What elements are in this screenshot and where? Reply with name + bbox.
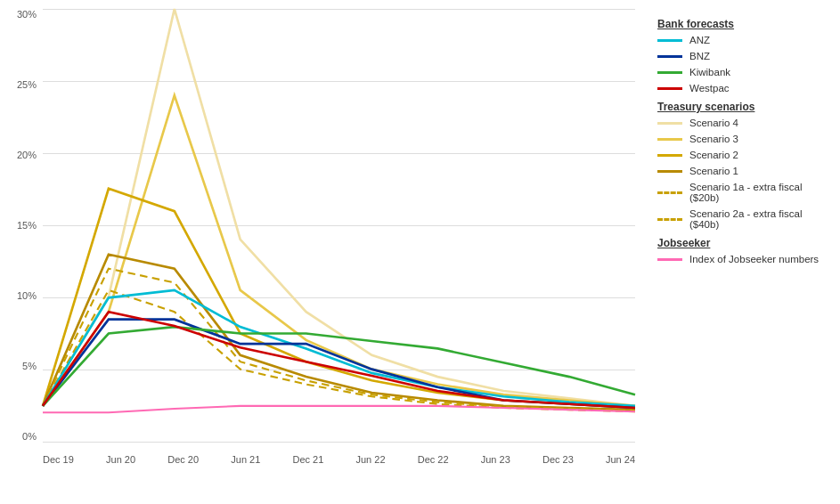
x-label-jun20: Jun 20 (106, 454, 135, 465)
y-label-10: 10% (17, 290, 37, 301)
kiwibank-line (43, 327, 635, 406)
scenario4-label: Scenario 4 (689, 118, 738, 128)
jobseeker-label: Index of Jobseeker numbers (689, 254, 819, 264)
bank-forecasts-title: Bank forecasts (657, 18, 831, 30)
scenario1-legend-line (657, 170, 682, 173)
legend-jobseeker: Index of Jobseeker numbers (657, 254, 831, 264)
scenario4-legend-line (657, 122, 682, 125)
kiwibank-label: Kiwibank (689, 67, 730, 77)
legend-scenario1a: Scenario 1a - extra fiscal ($20b) (657, 182, 831, 203)
legend-kiwibank: Kiwibank (657, 67, 831, 77)
anz-label: ANZ (689, 35, 710, 45)
x-label-dec20: Dec 20 (167, 454, 199, 465)
y-label-5: 5% (22, 361, 37, 371)
scenario2a-line (43, 269, 635, 411)
anz-line (43, 290, 635, 406)
y-axis: 30% 25% 20% 15% 10% 5% 0% (9, 9, 40, 442)
scenario2-legend-line (657, 154, 682, 157)
grid-line-0 (43, 442, 635, 443)
jobseeker-legend-line (657, 258, 682, 261)
legend: Bank forecasts ANZ BNZ Kiwibank Westpac … (644, 9, 840, 477)
chart-area: 30% 25% 20% 15% 10% 5% 0% (9, 9, 635, 477)
legend-anz: ANZ (657, 35, 831, 45)
scenario1a-legend-line (657, 191, 682, 194)
westpac-legend-line (657, 87, 682, 90)
jobseeker-title: Jobseeker (657, 237, 831, 249)
y-label-15: 15% (17, 220, 37, 231)
scenario2-line (43, 189, 635, 408)
scenario1a-label: Scenario 1a - extra fiscal ($20b) (689, 182, 831, 203)
x-label-dec22: Dec 22 (418, 454, 449, 465)
scenario4-line (43, 9, 635, 406)
legend-westpac: Westpac (657, 83, 831, 93)
bnz-label: BNZ (689, 51, 710, 61)
legend-scenario2a: Scenario 2a - extra fiscal ($40b) (657, 208, 831, 230)
scenario1-label: Scenario 1 (689, 166, 738, 176)
legend-scenario3: Scenario 3 (657, 134, 831, 144)
westpac-label: Westpac (689, 83, 730, 93)
anz-legend-line (657, 39, 682, 42)
treasury-scenarios-title: Treasury scenarios (657, 101, 831, 113)
y-label-0: 0% (22, 431, 37, 442)
x-label-jun23: Jun 23 (481, 454, 510, 465)
x-label-dec23: Dec 23 (542, 454, 574, 465)
x-label-jun21: Jun 21 (231, 454, 260, 465)
x-label-dec21: Dec 21 (292, 454, 323, 465)
scenario3-label: Scenario 3 (689, 134, 738, 144)
chart-svg (43, 9, 635, 442)
bnz-legend-line (657, 55, 682, 58)
scenario1a-line (43, 290, 635, 411)
scenario2a-legend-line (657, 218, 682, 221)
scenario3-legend-line (657, 138, 682, 141)
legend-scenario2: Scenario 2 (657, 150, 831, 160)
x-label-jun24: Jun 24 (606, 454, 635, 465)
x-axis: Dec 19 Jun 20 Dec 20 Jun 21 Dec 21 Jun 2… (43, 451, 635, 477)
chart-plot (43, 9, 635, 442)
scenario2a-label: Scenario 2a - extra fiscal ($40b) (689, 208, 831, 230)
legend-scenario1: Scenario 1 (657, 166, 831, 176)
x-label-jun22: Jun 22 (356, 454, 386, 465)
scenario2-label: Scenario 2 (689, 150, 738, 160)
x-label-dec19: Dec 19 (43, 454, 74, 465)
legend-bnz: BNZ (657, 51, 831, 61)
legend-scenario4: Scenario 4 (657, 118, 831, 128)
y-label-30: 30% (17, 9, 37, 20)
main-container: 30% 25% 20% 15% 10% 5% 0% (0, 0, 840, 504)
y-label-20: 20% (17, 150, 37, 160)
scenario3-line (43, 95, 635, 406)
kiwibank-legend-line (657, 71, 682, 74)
y-label-25: 25% (17, 79, 37, 90)
